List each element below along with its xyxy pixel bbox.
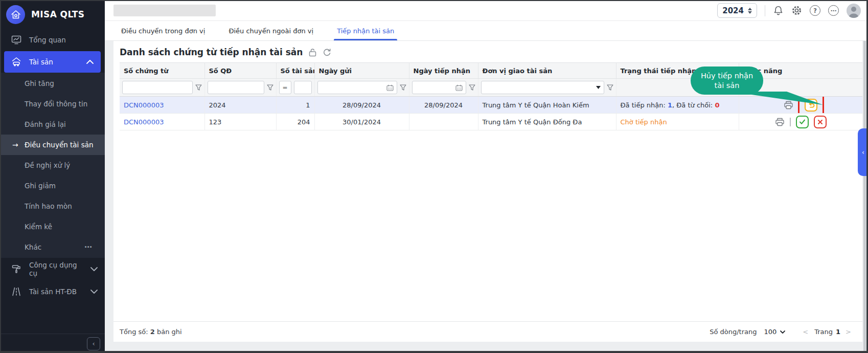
user-avatar[interactable] [847, 4, 861, 18]
filter-input-so-tai-san[interactable] [294, 81, 312, 94]
calendar-icon[interactable] [386, 84, 394, 91]
sidebar-item-label: Tài sản HT-ĐB [29, 288, 77, 296]
sidebar-collapse-button[interactable]: ‹ [87, 337, 100, 350]
filter-funnel-icon[interactable] [267, 84, 273, 91]
filter-dropdown-don-vi[interactable] [481, 81, 604, 94]
column-header-so-tai-san[interactable]: Số tài sản [276, 63, 314, 79]
chevron-down-icon [90, 290, 98, 294]
sidebar-item-tai-san-ht-db[interactable]: Tài sản HT-ĐB [0, 280, 105, 303]
table-row[interactable]: DCN000003 123 204 30/01/2024 Trung tâm Y… [120, 114, 862, 130]
filter-input-so-chung-tu[interactable] [122, 81, 193, 94]
table-footer: Tổng số: 2 bản ghi Số dòng/trang 100 < T… [113, 321, 862, 342]
help-icon[interactable]: ? [810, 5, 820, 16]
print-icon[interactable] [784, 101, 793, 109]
document-link[interactable]: DCN000003 [124, 101, 164, 109]
filter-input-ngay-gui[interactable] [317, 81, 397, 94]
sidebar-subitem-dieu-chuyen-tai-san[interactable]: → Điều chuyển tài sản [0, 135, 105, 155]
dashboard-icon [11, 35, 21, 45]
waiting-status: Chờ tiếp nhận [621, 118, 667, 126]
filter-input-ngay-tiep-nhan[interactable] [412, 81, 466, 94]
sidebar-subitem-kiem-ke[interactable]: Kiểm kê [0, 216, 105, 237]
side-panel-toggle[interactable]: ‹ [858, 128, 868, 176]
redacted-org-name [113, 5, 216, 16]
tabbar: Điều chuyển trong đơn vị Điều chuyển ngo… [105, 21, 868, 41]
sidebar-item-label: Tài sản [29, 58, 53, 66]
filter-funnel-icon[interactable] [400, 84, 406, 91]
assets-icon [11, 57, 21, 67]
current-page: 1 [836, 328, 840, 336]
vertical-scrollbar[interactable] [863, 41, 866, 353]
app-logo-row: MISA QLTS [0, 0, 105, 29]
tab-tiep-nhan-tai-san[interactable]: Tiếp nhận tài sản [337, 21, 394, 40]
page-title: Danh sách chứng từ tiếp nhận tài sản [120, 47, 303, 57]
tab-dieu-chuyen-trong-don-vi[interactable]: Điều chuyển trong đơn vị [121, 21, 205, 40]
chevron-up-icon [86, 60, 94, 64]
column-header-ngay-gui[interactable]: Ngày gửi [314, 63, 409, 79]
prev-page-button[interactable]: < [801, 328, 810, 336]
callout-tooltip: Hủy tiếp nhận tài sản [691, 67, 763, 95]
rows-per-page-label: Số dòng/trang [710, 328, 757, 336]
sidebar-item-cong-cu-dung-cu[interactable]: Công cụ dụng cụ [0, 258, 105, 280]
column-header-don-vi-giao-tai-san[interactable]: Đơn vị giao tài sản [478, 63, 616, 79]
year-selector[interactable]: 2024 [717, 3, 757, 18]
filter-funnel-icon[interactable] [195, 84, 202, 91]
total-records: Tổng số: 2 bản ghi [120, 328, 182, 336]
filter-input-so-qd[interactable] [208, 81, 264, 94]
sidebar-subitem-khac[interactable]: Khác ⋯ [0, 237, 105, 257]
reject-icon[interactable] [814, 116, 827, 128]
filter-funnel-icon[interactable] [607, 84, 613, 91]
status-cell: Đã tiếp nhận: 1, Đã từ chối: 0 [616, 97, 739, 114]
equals-operator-button[interactable]: = [279, 81, 291, 94]
tools-icon [11, 264, 21, 274]
pagination: Số dòng/trang 100 < Trang 1 > [710, 328, 853, 336]
active-arrow-icon: → [12, 141, 18, 149]
tab-dieu-chuyen-ngoai-don-vi[interactable]: Điều chuyển ngoài đơn vị [229, 21, 313, 40]
document-link[interactable]: DCN000003 [124, 118, 164, 126]
sidebar-subitem-danh-gia-lai[interactable]: Đánh giá lại [0, 114, 105, 135]
chevron-down-icon [780, 330, 785, 334]
rejected-count: 0 [715, 101, 719, 109]
year-spinner-icon[interactable] [748, 8, 752, 14]
dropdown-arrow-icon[interactable] [596, 86, 601, 89]
next-page-button[interactable]: > [843, 328, 853, 336]
sidebar-subitem-ghi-giam[interactable]: Ghi giảm [0, 175, 105, 196]
assets-submenu: Ghi tăng Thay đổi thông tin Đánh giá lại… [0, 73, 105, 258]
table-row[interactable]: DCN000003 2024 1 28/09/2024 28/09/2024 T… [120, 97, 862, 114]
refresh-icon[interactable] [323, 48, 331, 56]
page-label: Trang [814, 328, 833, 336]
sidebar-subitem-de-nghi-xu-ly[interactable]: Đề nghị xử lý [0, 155, 105, 175]
more-options-icon[interactable]: ⋯ [828, 5, 839, 16]
actions-divider [790, 118, 791, 126]
filter-funnel-icon[interactable] [469, 84, 475, 91]
unlock-icon[interactable] [309, 48, 316, 57]
road-icon [11, 286, 21, 297]
app-logo-icon[interactable] [6, 5, 25, 24]
sidebar-nav: Tổng quan Tài sản Ghi tăng Thay đổi thôn… [0, 29, 105, 303]
settings-gear-icon[interactable] [791, 5, 802, 16]
column-header-so-chung-tu[interactable]: Số chứng từ [120, 63, 204, 79]
topbar-controls: 2024 ? ⋯ [717, 0, 861, 21]
column-header-ngay-tiep-nhan[interactable]: Ngày tiếp nhận [409, 63, 478, 79]
undo-receive-icon[interactable] [805, 99, 817, 112]
sidebar-item-tong-quan[interactable]: Tổng quan [0, 29, 105, 51]
total-count: 2 [150, 328, 155, 336]
accept-icon[interactable] [796, 116, 809, 128]
sidebar: MISA QLTS Tổng quan Tài sản Ghi tăng [0, 0, 105, 353]
sidebar-subitem-tinh-hao-mon[interactable]: Tính hao mòn [0, 196, 105, 216]
notification-bell-icon[interactable] [773, 5, 784, 16]
brand-name: MISA QLTS [31, 9, 84, 19]
sidebar-item-label: Tổng quan [29, 36, 66, 44]
accepted-count: 1 [668, 101, 672, 109]
more-dots-icon[interactable]: ⋯ [84, 242, 93, 252]
sidebar-subitem-thay-doi-thong-tin[interactable]: Thay đổi thông tin [0, 94, 105, 114]
calendar-icon[interactable] [455, 84, 463, 91]
print-icon[interactable] [775, 118, 785, 126]
column-header-so-qd[interactable]: Số QĐ [204, 63, 276, 79]
status-cell: Chờ tiếp nhận [616, 114, 739, 130]
row-actions [743, 116, 859, 128]
sidebar-item-tai-san[interactable]: Tài sản [4, 51, 101, 73]
sidebar-item-label: Công cụ dụng cụ [29, 261, 83, 277]
title-row: Danh sách chứng từ tiếp nhận tài sản [113, 41, 862, 62]
rows-per-page-select[interactable]: 100 [764, 328, 785, 336]
sidebar-subitem-ghi-tang[interactable]: Ghi tăng [0, 73, 105, 94]
